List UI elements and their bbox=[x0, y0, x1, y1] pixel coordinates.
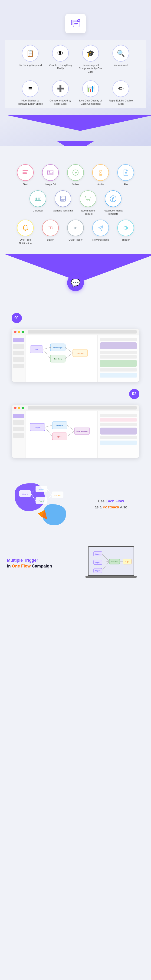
sidebar-item-2 bbox=[13, 344, 24, 349]
svg-text:Start: Start bbox=[35, 348, 38, 351]
rearrange-icon: 🎓 bbox=[82, 45, 99, 62]
bot-item-video: Video bbox=[65, 164, 86, 186]
svg-point-33 bbox=[50, 227, 51, 229]
svg-line-87 bbox=[102, 562, 109, 562]
svg-line-70 bbox=[31, 489, 35, 493]
panel-row-4 bbox=[100, 355, 137, 358]
bottom-divider bbox=[0, 590, 151, 597]
svg-marker-13 bbox=[48, 172, 53, 175]
component-add-icon: ➕ bbox=[52, 80, 69, 97]
button-label: Button bbox=[47, 238, 54, 241]
highlight-postback: Postback bbox=[103, 505, 119, 509]
mock-panel-1 bbox=[97, 336, 139, 382]
bot-components-row2: Carousel Generic Template Ecommerce Prod… bbox=[5, 190, 146, 216]
svg-text:Template: Template bbox=[77, 352, 84, 355]
ecommerce-label: Ecommerce Product bbox=[77, 209, 98, 216]
svg-line-46 bbox=[43, 347, 50, 349]
svg-text:Trigger: Trigger bbox=[35, 426, 40, 428]
quick-reply-label: Quick Reply bbox=[69, 238, 82, 241]
svg-text:Quick Reply: Quick Reply bbox=[53, 347, 63, 349]
hero-icon-box bbox=[65, 14, 86, 33]
svg-line-86 bbox=[102, 554, 109, 561]
svg-text:Delay 3s: Delay 3s bbox=[56, 425, 63, 426]
notification-label: One Time Notification bbox=[15, 238, 36, 245]
visualize-label: Visualize Everything Easily bbox=[48, 64, 73, 70]
audio-label: Audio bbox=[97, 183, 104, 186]
svg-text:Output: Output bbox=[125, 561, 129, 563]
reply-edit-icon: ✏ bbox=[112, 80, 129, 97]
postback-text: Use Each Flow as a Postback Also bbox=[78, 498, 144, 510]
svg-point-29 bbox=[87, 200, 88, 201]
video-icon bbox=[67, 164, 84, 181]
svg-text:Trigger1: Trigger1 bbox=[95, 554, 101, 555]
mock-sidebar-1 bbox=[12, 336, 26, 382]
mock-body-1: Start Quick Reply Text Reply Template bbox=[12, 336, 139, 382]
image-gif-label: Image Gif bbox=[45, 183, 56, 186]
component-add-label: Component Add by Right Click bbox=[48, 99, 73, 106]
mock-sidebar-2 bbox=[12, 411, 26, 458]
audio-icon bbox=[92, 164, 109, 181]
feature-component-add: ➕ Component Add by Right Click bbox=[48, 80, 73, 106]
bot-item-ecommerce: Ecommerce Product bbox=[77, 190, 98, 216]
svg-line-88 bbox=[102, 562, 109, 571]
screenshot-mock-1: Start Quick Reply Text Reply Template bbox=[11, 329, 140, 382]
rearrange-label: Re-arrange all Components by One Click bbox=[78, 64, 103, 73]
svg-line-61 bbox=[67, 431, 75, 436]
panel-row-2-4 bbox=[100, 428, 137, 434]
sidebar-item-1 bbox=[13, 338, 24, 342]
svg-point-36 bbox=[126, 227, 128, 229]
svg-text:Text Reply: Text Reply bbox=[54, 358, 62, 360]
text-label: Text bbox=[23, 183, 27, 186]
mock-urlbar-2 bbox=[27, 406, 137, 409]
mock-main-2: Trigger Delay 3s Typing... Send Message bbox=[26, 411, 97, 458]
bot-item-quick-reply: Quick Reply bbox=[65, 220, 86, 245]
panel-row-2-6 bbox=[100, 441, 137, 445]
panel-row-5 bbox=[100, 360, 137, 367]
svg-rect-10 bbox=[22, 173, 27, 174]
trigger-icon bbox=[117, 220, 134, 236]
svg-rect-9 bbox=[22, 172, 27, 173]
svg-rect-22 bbox=[35, 197, 37, 200]
highlight-each-flow: Each Flow bbox=[106, 499, 124, 503]
svg-text:Send Message: Send Message bbox=[76, 430, 88, 432]
bot-components-row1: Text Image Gif Video Audio File bbox=[5, 164, 146, 186]
sidebar-item-5 bbox=[13, 364, 24, 368]
feature-live-data: 📊 Live Data Display of Each Component bbox=[78, 80, 103, 106]
svg-text:Flow 1: Flow 1 bbox=[22, 493, 28, 495]
svg-text:Trigger2: Trigger2 bbox=[95, 562, 101, 563]
svg-text:Typing...: Typing... bbox=[56, 436, 63, 438]
svg-line-48 bbox=[65, 347, 73, 353]
laptop-flow-svg: Trigger1 Trigger2 Trigger3 One Flow Outp… bbox=[90, 549, 134, 573]
svg-rect-1 bbox=[73, 22, 79, 27]
ecommerce-icon bbox=[80, 190, 96, 207]
trigger-diagram: Trigger1 Trigger2 Trigger3 One Flow Outp… bbox=[78, 546, 144, 581]
screenshot-mock-2: Trigger Delay 3s Typing... Send Message bbox=[11, 405, 140, 458]
features-grid: 📋 No Coding Required 👁 Visualize Everyth… bbox=[5, 40, 146, 76]
bot-item-facebook: Facebook Media Template bbox=[103, 190, 124, 216]
mock-urlbar bbox=[27, 330, 137, 334]
visualize-icon: 👁 bbox=[52, 45, 69, 62]
adv-feature-01-row: 01 bbox=[5, 313, 146, 323]
trigger-heading: Multiple Trigger in One Flow Campaign bbox=[7, 557, 73, 569]
carousel-icon bbox=[29, 190, 46, 207]
panel-row-2-2 bbox=[100, 418, 137, 422]
panel-row-3 bbox=[100, 351, 137, 354]
trigger-label: Trigger bbox=[122, 238, 130, 241]
panel-row-2 bbox=[100, 342, 137, 349]
feature-hide-sidebar: ≡ Hide Sidebar to Increase Editor Space bbox=[18, 80, 43, 106]
sidebar-item-2-2 bbox=[13, 420, 24, 425]
new-postback-label: New Postback bbox=[92, 238, 109, 241]
svg-text:Flow 3: Flow 3 bbox=[39, 500, 44, 502]
v-shape-container: 💬 bbox=[5, 254, 146, 283]
trigger-one-flow: One Flow bbox=[12, 564, 31, 568]
panel-row-7 bbox=[100, 373, 137, 377]
svg-line-72 bbox=[47, 489, 52, 495]
new-postback-icon bbox=[92, 220, 109, 236]
laptop-screen-inner: Trigger1 Trigger2 Trigger3 One Flow Outp… bbox=[88, 547, 133, 575]
postback-right: Use Each Flow as a Postback Also bbox=[78, 498, 144, 510]
bot-item-image-gif: Image Gif bbox=[40, 164, 61, 186]
laptop-base bbox=[85, 576, 137, 578]
panel-row-6 bbox=[100, 368, 137, 372]
easy-drag-section: Text Image Gif Video Audio File bbox=[0, 146, 151, 290]
trigger-section: Multiple Trigger in One Flow Campaign Tr… bbox=[0, 537, 151, 590]
